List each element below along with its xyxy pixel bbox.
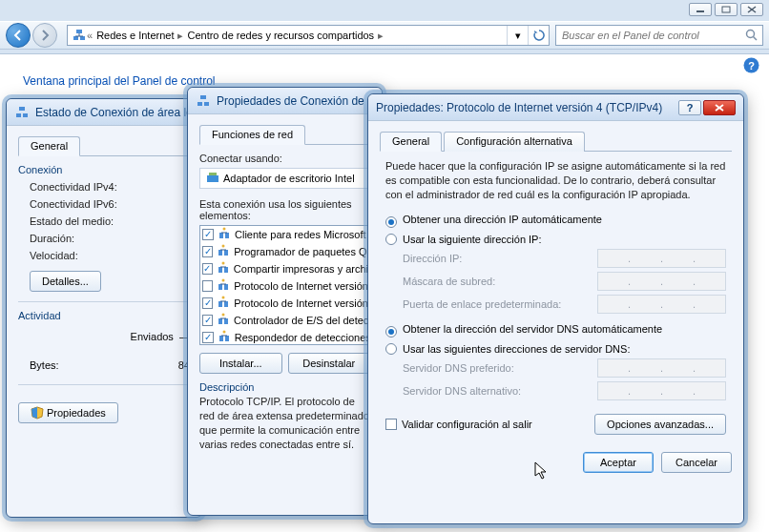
svg-rect-6 xyxy=(76,30,82,33)
label-items: Esta conexión usa los siguientes element… xyxy=(199,198,370,221)
maximize-button[interactable] xyxy=(715,3,738,16)
svg-text:?: ? xyxy=(748,60,755,72)
radio-ip-manual[interactable] xyxy=(385,234,397,245)
label-sent: Enviados xyxy=(131,331,174,342)
search-input[interactable] xyxy=(560,29,759,42)
close-button[interactable] xyxy=(740,3,763,16)
label-dns1: Servidor DNS preferido: xyxy=(403,362,514,374)
svg-rect-15 xyxy=(19,107,25,111)
svg-rect-41 xyxy=(218,318,222,324)
cancel-button[interactable]: Cancelar xyxy=(661,452,732,473)
svg-rect-17 xyxy=(204,102,209,106)
nav-back-button[interactable] xyxy=(6,23,31,48)
radio-dns-auto[interactable] xyxy=(385,326,397,338)
details-button[interactable]: Detalles... xyxy=(30,271,101,292)
props-title: Propiedades de Conexión de área local xyxy=(217,94,374,108)
adapter-name: Adaptador de escritorio Intel xyxy=(223,173,355,184)
group-activity: Actividad xyxy=(18,310,190,321)
protocol-icon xyxy=(217,278,230,294)
item-checkbox[interactable] xyxy=(202,246,213,257)
tab-general[interactable]: General xyxy=(18,136,80,156)
list-item[interactable]: Protocolo de Internet versión 6 xyxy=(200,277,369,295)
item-checkbox[interactable] xyxy=(202,315,213,326)
item-checkbox[interactable] xyxy=(202,280,213,292)
item-checkbox[interactable] xyxy=(202,229,214,240)
list-item[interactable]: Protocolo de Internet versión 4 xyxy=(200,295,369,312)
network-icon xyxy=(14,105,30,120)
search-icon xyxy=(745,29,759,42)
ok-button[interactable]: Aceptar xyxy=(583,452,654,473)
ip-input: . . . xyxy=(597,249,726,268)
tab-ipv4-alt[interactable]: Configuración alternativa xyxy=(444,132,585,152)
svg-point-28 xyxy=(222,245,225,248)
svg-rect-22 xyxy=(225,233,229,238)
group-description: Descripción xyxy=(199,381,370,393)
adapter-field: Adaptador de escritorio Intel xyxy=(199,168,370,189)
label-connect-using: Conectar usando: xyxy=(199,153,282,164)
properties-button-label: Propiedades xyxy=(47,407,106,419)
svg-rect-25 xyxy=(218,250,222,256)
uninstall-button[interactable]: Desinstalar xyxy=(288,353,371,374)
tab-ipv4-general[interactable]: General xyxy=(380,132,442,152)
refresh-icon[interactable] xyxy=(528,26,549,45)
label-ipv6: Conectividad IPv6: xyxy=(30,198,117,210)
svg-point-36 xyxy=(222,279,225,282)
item-label: Controlador de E/S del detector xyxy=(234,315,367,326)
properties-button[interactable]: Propiedades xyxy=(18,402,118,423)
sidebar-heading[interactable]: Ventana principal del Panel de control xyxy=(23,74,215,88)
label-dns-auto: Obtener la dirección del servidor DNS au… xyxy=(403,323,662,335)
protocol-icon xyxy=(218,330,231,345)
mask-input: . . . xyxy=(597,272,726,291)
item-label: Cliente para redes Microsoft xyxy=(235,229,366,240)
label-ip: Dirección IP: xyxy=(403,253,462,264)
list-item[interactable]: Compartir impresoras y archivos xyxy=(200,260,369,277)
svg-point-40 xyxy=(222,297,225,299)
tab-networking[interactable]: Funciones de red xyxy=(199,125,305,145)
status-title: Estado de Conexión de área local xyxy=(35,106,194,119)
validate-checkbox[interactable] xyxy=(385,419,397,430)
label-gw: Puerta de enlace predeterminada: xyxy=(403,298,561,310)
item-checkbox[interactable] xyxy=(202,263,213,275)
component-list[interactable]: Cliente para redes MicrosoftProgramador … xyxy=(199,225,370,345)
help-icon[interactable]: ? xyxy=(743,57,759,73)
label-dns-manual: Usar las siguientes direcciones de servi… xyxy=(403,343,630,355)
group-connection: Conexión xyxy=(18,164,190,175)
protocol-icon xyxy=(217,296,230,311)
search-box[interactable] xyxy=(555,25,763,46)
radio-ip-auto[interactable] xyxy=(385,216,397,228)
install-button[interactable]: Instalar... xyxy=(199,353,282,374)
ipv4-dialog: Propiedades: Protocolo de Internet versi… xyxy=(367,93,744,524)
svg-rect-19 xyxy=(207,175,218,182)
ipv4-title: Propiedades: Protocolo de Internet versi… xyxy=(376,101,678,114)
label-ip-manual: Usar la siguiente dirección IP: xyxy=(403,234,542,245)
svg-rect-21 xyxy=(219,233,223,238)
minimize-button[interactable] xyxy=(689,3,712,16)
gateway-input: . . . xyxy=(597,295,726,314)
protocol-icon xyxy=(217,244,230,259)
label-dns2: Servidor DNS alternativo: xyxy=(403,385,521,397)
advanced-button[interactable]: Opciones avanzadas... xyxy=(594,414,726,435)
list-item[interactable]: Controlador de E/S del detector xyxy=(200,312,369,329)
address-bar[interactable]: « Redes e Internet ▸ Centro de redes y r… xyxy=(67,25,550,46)
description-text: Protocolo TCP/IP. El protocolo de red de… xyxy=(199,395,370,451)
item-checkbox[interactable] xyxy=(202,297,213,309)
list-item[interactable]: Programador de paquetes QoS xyxy=(200,243,369,260)
item-checkbox[interactable] xyxy=(202,332,214,343)
radio-dns-manual[interactable] xyxy=(385,343,397,355)
svg-rect-5 xyxy=(80,36,85,40)
dialog-help-button[interactable]: ? xyxy=(678,100,701,115)
svg-rect-37 xyxy=(218,301,222,307)
list-item[interactable]: Cliente para redes Microsoft xyxy=(200,226,369,243)
svg-line-10 xyxy=(754,37,758,41)
dialog-close-button[interactable] xyxy=(703,100,736,115)
svg-rect-4 xyxy=(73,36,78,40)
nic-icon xyxy=(206,172,219,185)
breadcrumb-seg2[interactable]: Centro de redes y recursos compartidos xyxy=(183,30,378,41)
protocol-icon xyxy=(218,227,231,242)
chevron-down-icon[interactable]: ▾ xyxy=(507,26,528,45)
list-item[interactable]: Respondedor de detecciones xyxy=(200,329,369,345)
breadcrumb-seg1[interactable]: Redes e Internet xyxy=(93,30,177,41)
nav-forward-button[interactable] xyxy=(32,23,57,48)
label-media: Estado del medio: xyxy=(30,215,114,227)
item-label: Protocolo de Internet versión 4 xyxy=(234,297,367,309)
